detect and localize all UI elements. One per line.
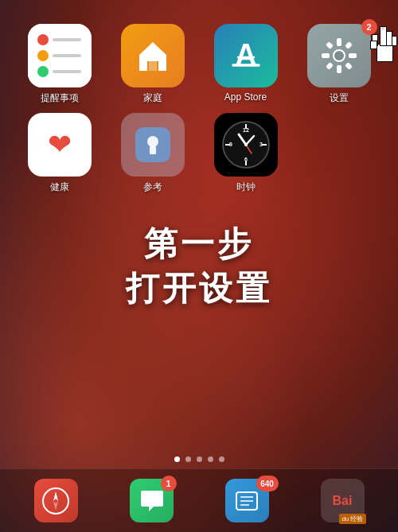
dot-1	[174, 456, 180, 462]
appstore-label: App Store	[224, 91, 267, 103]
step-line2: 打开设置	[8, 266, 390, 311]
messages-badge: 1	[161, 476, 177, 491]
app-home[interactable]: 家庭	[109, 24, 196, 105]
empty-slot	[295, 113, 382, 194]
health-label: 健康	[50, 181, 69, 194]
empty-icon	[307, 113, 371, 177]
svg-rect-10	[326, 41, 334, 49]
screen-content: 提醒事项 家庭	[0, 0, 398, 532]
baidu-watermark-area: Bai du 经验	[321, 479, 365, 522]
app-health[interactable]: ❤ 健康	[16, 113, 103, 194]
dot-5	[219, 456, 224, 462]
settings-icon: 2	[307, 24, 371, 87]
svg-rect-11	[345, 41, 353, 49]
svg-text:9: 9	[229, 142, 232, 147]
clock-icon: 12 3 6 9	[214, 113, 278, 177]
app-settings[interactable]: 2 设置	[295, 24, 382, 105]
dock-compass[interactable]	[34, 479, 78, 522]
app-reminders[interactable]: 提醒事项	[16, 24, 103, 105]
svg-rect-9	[349, 53, 357, 58]
clock-label: 时钟	[236, 181, 256, 194]
svg-text:6: 6	[244, 157, 248, 162]
appstore-icon: A	[214, 24, 278, 87]
svg-text:12: 12	[243, 127, 249, 133]
svg-point-22	[147, 136, 158, 147]
dock-bar: 1 640 Bai du 经验	[0, 468, 398, 532]
svg-rect-19	[392, 36, 396, 45]
step-line1: 第一步	[8, 222, 390, 266]
svg-rect-21	[381, 27, 384, 30]
svg-rect-7	[337, 65, 341, 73]
svg-rect-17	[386, 31, 392, 45]
reference-label: 参考	[143, 181, 162, 194]
svg-point-14	[334, 51, 344, 60]
svg-marker-39	[53, 491, 58, 501]
svg-marker-40	[53, 501, 58, 511]
app-reference[interactable]: 参考	[109, 113, 196, 194]
dot-3	[197, 456, 202, 462]
svg-rect-23	[150, 146, 156, 154]
dot-2	[185, 456, 191, 462]
third-badge: 640	[256, 476, 279, 491]
home-icon	[121, 24, 185, 87]
svg-rect-8	[322, 53, 330, 58]
health-icon: ❤	[28, 113, 92, 177]
dock-messages[interactable]: 1	[130, 479, 174, 522]
app-appstore[interactable]: A App Store	[202, 24, 289, 105]
reference-icon	[121, 113, 185, 177]
svg-rect-15	[377, 44, 392, 61]
page-dots	[0, 456, 398, 468]
dock-third[interactable]: 640	[225, 479, 269, 522]
baidu-sub: du 经验	[339, 514, 365, 524]
svg-rect-1	[149, 61, 157, 71]
svg-rect-12	[326, 62, 334, 70]
dock-compass-icon	[34, 479, 78, 522]
icon-grid: 提醒事项 家庭	[0, 0, 398, 202]
svg-point-37	[244, 143, 248, 146]
svg-text:3: 3	[259, 142, 263, 147]
home-label: 家庭	[143, 91, 162, 105]
app-clock[interactable]: 12 3 6 9 时钟	[202, 113, 289, 194]
reminders-icon	[28, 24, 92, 87]
reminders-label: 提醒事项	[41, 91, 79, 105]
svg-rect-13	[345, 62, 353, 70]
dot-4	[208, 456, 213, 462]
svg-rect-6	[337, 38, 341, 46]
settings-label: 设置	[330, 91, 349, 105]
cursor-hand-icon	[362, 20, 398, 68]
svg-rect-20	[370, 41, 377, 49]
baidu-text: Bai	[333, 494, 353, 508]
step-instruction: 第一步 打开设置	[0, 214, 398, 319]
